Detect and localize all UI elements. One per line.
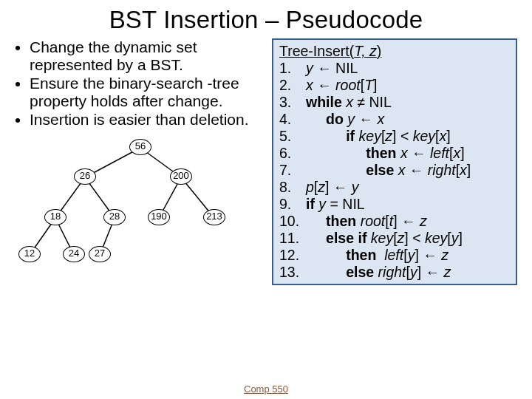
line-body: if y = NIL <box>306 196 510 213</box>
tree-node: 190 <box>148 209 170 225</box>
line-number: 6. <box>279 145 306 162</box>
line-number: 7. <box>279 162 306 179</box>
line-number: 4. <box>279 111 306 128</box>
code-line: 11. else if key[z] < key[y] <box>279 230 510 247</box>
line-body: then x ← left[x] <box>306 145 510 162</box>
line-number: 2. <box>279 77 306 94</box>
code-line: 13. else right[y] ← z <box>279 264 510 281</box>
line-body: p[z] ← y <box>306 179 510 196</box>
line-body: else right[y] ← z <box>306 264 510 281</box>
line-body: while x ≠ NIL <box>306 94 510 111</box>
code-line: 12. then left[y] ← z <box>279 247 510 264</box>
pseudocode-header: Tree-Insert(T, z) <box>279 43 510 60</box>
line-number: 11. <box>279 230 306 247</box>
bullet-item: Change the dynamic set represented by a … <box>30 38 266 73</box>
line-number: 5. <box>279 128 306 145</box>
slide-footer: Comp 550 <box>0 383 532 395</box>
tree-node: 200 <box>170 168 192 185</box>
line-body: y ← NIL <box>306 60 510 77</box>
tree-node: 213 <box>203 209 225 225</box>
tree-node: 27 <box>89 246 111 262</box>
pseudocode-box: Tree-Insert(T, z) 1.y ← NIL2.x ← root[T]… <box>272 38 517 285</box>
code-line: 3.while x ≠ NIL <box>279 94 510 111</box>
bullet-item: Insertion is easier than deletion. <box>30 111 266 129</box>
line-number: 13. <box>279 264 306 281</box>
line-body: then left[y] ← z <box>306 247 510 264</box>
line-number: 12. <box>279 247 306 264</box>
line-number: 1. <box>279 60 306 77</box>
line-number: 9. <box>279 196 306 213</box>
line-body: if key[z] < key[x] <box>306 128 510 145</box>
code-line: 4. do y ← x <box>279 111 510 128</box>
line-body: then root[t] ← z <box>306 213 510 230</box>
bullet-column: Change the dynamic set represented by a … <box>15 38 266 285</box>
line-number: 3. <box>279 94 306 111</box>
tree-edges <box>15 133 259 281</box>
function-name: Tree-Insert(T, z) <box>279 43 381 59</box>
line-body: x ← root[T] <box>306 77 510 94</box>
tree-node: 18 <box>44 209 66 225</box>
code-line: 2.x ← root[T] <box>279 77 510 94</box>
code-line: 10. then root[t] ← z <box>279 213 510 230</box>
code-line: 8.p[z] ← y <box>279 179 510 196</box>
tree-node: 26 <box>74 168 96 185</box>
code-line: 9.if y = NIL <box>279 196 510 213</box>
tree-node: 24 <box>63 246 85 262</box>
bullet-list: Change the dynamic set represented by a … <box>15 38 266 129</box>
line-body: else x ← right[x] <box>306 162 510 179</box>
code-line: 6. then x ← left[x] <box>279 145 510 162</box>
tree-node: 12 <box>18 246 41 262</box>
tree-node: 28 <box>103 209 126 225</box>
line-number: 8. <box>279 179 306 196</box>
code-line: 5. if key[z] < key[x] <box>279 128 510 145</box>
tree-node: 56 <box>129 139 151 155</box>
line-number: 10. <box>279 213 306 230</box>
line-body: else if key[z] < key[y] <box>306 230 510 247</box>
line-body: do y ← x <box>306 111 510 128</box>
bst-tree-diagram: 56 26 200 18 28 190 213 12 24 27 <box>15 133 259 281</box>
code-line: 1.y ← NIL <box>279 60 510 77</box>
bullet-item: Ensure the binary-search -tree property … <box>30 75 266 109</box>
slide-title: BST Insertion – Pseudocode <box>15 6 517 34</box>
pseudocode-lines: 1.y ← NIL2.x ← root[T]3.while x ≠ NIL4. … <box>279 60 510 281</box>
code-line: 7. else x ← right[x] <box>279 162 510 179</box>
